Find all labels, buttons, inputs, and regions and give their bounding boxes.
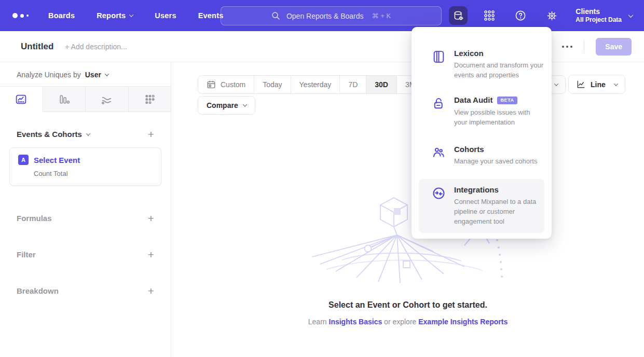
date-range-today[interactable]: Today [254, 76, 290, 93]
integrations-sync-icon [432, 186, 446, 200]
compare-dropdown[interactable]: Compare [198, 96, 255, 115]
help-button[interactable] [511, 6, 530, 25]
event-metric-dropdown[interactable]: Count Total [34, 170, 153, 177]
save-button[interactable]: Save [596, 38, 632, 56]
date-range-30d[interactable]: 30D [366, 76, 396, 93]
report-title[interactable]: Untitled [21, 42, 53, 52]
more-options-button[interactable] [562, 46, 572, 48]
menu-item-description: Manage your saved cohorts [454, 157, 543, 167]
apps-grid-button[interactable] [480, 6, 499, 25]
search-shortcut: ⌘ + K [372, 12, 391, 20]
add-formula-button[interactable]: + [148, 213, 154, 224]
chevron-down-icon [105, 72, 109, 76]
chevron-down-icon [614, 81, 618, 86]
lexicon-book-icon [432, 50, 446, 64]
menu-item-integrations[interactable]: Integrations Connect Mixpanel to a data … [419, 179, 544, 233]
date-range-custom[interactable]: Custom [198, 76, 254, 93]
divider [584, 40, 584, 53]
settings-button[interactable] [542, 6, 561, 25]
add-description-button[interactable]: + Add description... [65, 43, 127, 51]
menu-item-description: View possible issues with your implement… [454, 108, 543, 128]
menu-item-lexicon[interactable]: Lexicon Document and transform your even… [419, 43, 544, 87]
calendar-icon [207, 80, 216, 89]
database-gear-icon [453, 10, 464, 22]
tab-insights-line[interactable] [0, 87, 43, 112]
search-icon [271, 11, 280, 20]
nav-item-reports[interactable]: Reports [97, 11, 133, 20]
insights-basics-link[interactable]: Insights Basics [329, 318, 382, 326]
example-reports-link[interactable]: Example Insights Reports [418, 318, 508, 326]
date-range-yesterday[interactable]: Yesterday [291, 76, 340, 93]
event-badge: A [18, 155, 29, 165]
line-chart-icon [576, 79, 586, 89]
analyze-label: Analyze Uniques by [17, 71, 81, 79]
beta-badge: BETA [497, 97, 517, 104]
formulas-label: Formulas [17, 214, 52, 223]
date-range-7d[interactable]: 7D [339, 76, 366, 93]
menu-item-data-audit[interactable]: Data AuditBETA View possible issues with… [419, 89, 544, 134]
middle-text: or explore [384, 318, 416, 326]
chevron-down-icon [628, 12, 634, 18]
search-placeholder: Open Reports & Boards [286, 12, 364, 20]
learn-prefix: Learn [308, 318, 327, 326]
help-icon [514, 9, 527, 22]
formulas-row: Formulas + [0, 214, 171, 222]
analyze-entity-dropdown[interactable]: User [85, 71, 108, 79]
nav-item-users[interactable]: Users [155, 11, 176, 20]
menu-item-title: Cohorts [454, 145, 543, 154]
breakdown-label: Breakdown [17, 286, 59, 295]
project-name: All Project Data [576, 16, 622, 24]
data-audit-lock-icon [432, 97, 446, 111]
empty-state: Select an Event or Cohort to get started… [172, 300, 644, 326]
chart-type-tabs [0, 86, 171, 112]
breakdown-row: Breakdown + [0, 286, 171, 295]
events-cohorts-section[interactable]: Events & Cohorts [17, 130, 90, 139]
top-nav: Boards Reports Users Events Open Reports… [0, 0, 644, 31]
mixpanel-app: Boards Reports Users Events Open Reports… [0, 0, 644, 357]
gear-icon [546, 10, 558, 22]
chevron-down-icon [86, 131, 90, 135]
select-event-button[interactable]: Select Event [34, 156, 80, 164]
filter-row: Filter + [0, 250, 171, 258]
chevron-down-icon [242, 102, 246, 106]
chart-area: Custom Today Yesterday 7D 30D 3M 6M Line… [172, 63, 644, 357]
menu-item-cohorts[interactable]: Cohorts Manage your saved cohorts [419, 139, 544, 173]
bar-chart-tab-icon [58, 93, 71, 106]
flow-tab-icon [100, 93, 113, 106]
chart-style-dropdown[interactable]: Line [568, 75, 625, 94]
nav-item-events[interactable]: Events [198, 11, 224, 20]
add-filter-button[interactable]: + [148, 249, 154, 260]
global-search-input[interactable]: Open Reports & Boards ⌘ + K [221, 6, 442, 25]
menu-item-description: Document and transform your events and p… [454, 61, 543, 80]
event-card[interactable]: A Select Event Count Total [9, 147, 161, 186]
chevron-down-icon [129, 12, 133, 17]
cohorts-people-icon [432, 146, 446, 160]
menu-item-title: Lexicon [454, 49, 543, 58]
menu-item-title: Data Audit [454, 95, 492, 104]
filter-label: Filter [17, 250, 36, 259]
empty-state-title: Select an Event or Cohort to get started… [172, 300, 644, 310]
dots-grid-tab-icon [143, 93, 156, 106]
query-sidebar: Analyze Uniques by User [0, 63, 171, 357]
nav-item-boards[interactable]: Boards [48, 11, 75, 20]
add-breakdown-button[interactable]: + [148, 285, 154, 296]
mixpanel-logo-icon[interactable] [12, 13, 29, 18]
line-chart-tab-icon [15, 93, 28, 106]
data-management-button[interactable] [449, 6, 468, 25]
project-switcher[interactable]: Clients All Project Data [573, 7, 633, 24]
grid-dots-icon [483, 9, 496, 22]
data-management-menu: Lexicon Document and transform your even… [412, 27, 552, 239]
add-event-button[interactable]: + [148, 129, 154, 140]
menu-item-title: Integrations [454, 185, 543, 194]
tab-metrics[interactable] [128, 87, 171, 112]
chevron-down-icon [554, 81, 558, 86]
tab-flow-chart[interactable] [85, 87, 128, 112]
org-name: Clients [576, 7, 622, 17]
tab-bar-chart[interactable] [43, 87, 86, 112]
menu-item-description: Connect Mixpanel to a data pipeline or c… [454, 197, 543, 227]
